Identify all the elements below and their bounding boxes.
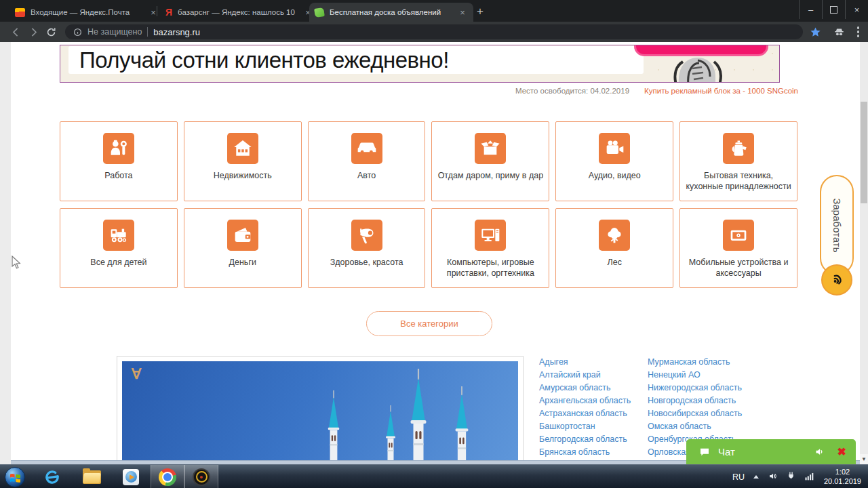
photo-slider[interactable]: ∀	[117, 356, 524, 464]
yandex-mail-icon	[15, 8, 25, 17]
category-card[interactable]: Лес	[555, 208, 673, 288]
info-icon[interactable]	[73, 28, 82, 37]
back-arrow-icon	[10, 26, 22, 38]
worker-icon	[103, 133, 134, 164]
taskbar-media-player[interactable]	[111, 465, 151, 488]
category-card[interactable]: Здоровье, красота	[308, 208, 426, 288]
computer-icon	[475, 220, 506, 251]
restore-button[interactable]	[822, 0, 845, 19]
region-link[interactable]: Башкортостан	[539, 422, 642, 434]
category-card[interactable]: Мобильные устройства и аксессуары	[679, 208, 797, 288]
chat-widget[interactable]: Чат ✖	[686, 439, 856, 464]
tree-icon	[599, 220, 630, 251]
region-link[interactable]: Алтайский край	[539, 370, 642, 383]
category-label: Недвижимость	[210, 170, 276, 181]
region-link[interactable]: Адыгея	[539, 357, 642, 370]
category-label: Работа	[100, 170, 136, 181]
tray-network-icon[interactable]	[804, 471, 815, 483]
tray-clock[interactable]: 1:02 20.01.2019	[824, 468, 861, 486]
banner-headline-strip: Получай сотни клиентов ежедневно!	[68, 46, 644, 74]
tab-title: Входящие — Яндекс.Почта	[31, 8, 142, 16]
region-link[interactable]: Архангельская область	[539, 396, 642, 409]
tab-title: Бесплатная доска объявлений	[330, 8, 452, 16]
taskbar-chrome[interactable]	[151, 465, 184, 488]
start-button[interactable]	[5, 467, 25, 487]
region-link[interactable]: Амурская область	[539, 383, 642, 396]
incognito-extension-icon[interactable]	[833, 26, 846, 38]
category-grid: Работа Недвижимость Авто Отдам даром, пр…	[60, 121, 797, 288]
taskbar-internet-explorer[interactable]	[33, 465, 72, 488]
regions-column-1: АдыгеяАлтайский крайАмурская областьАрха…	[539, 357, 642, 460]
region-link[interactable]: Мурманская область	[648, 357, 763, 370]
earn-label: Заработать	[831, 198, 843, 252]
tray-power-icon[interactable]	[787, 471, 795, 483]
bookmark-star-icon[interactable]	[810, 26, 821, 38]
windows-flag-icon	[9, 472, 21, 483]
ad-banner[interactable]: Получай сотни клиентов ежедневно!	[60, 45, 780, 83]
yandex-search-icon: Я	[165, 7, 172, 18]
scrollbar-thumb[interactable]	[861, 102, 867, 203]
category-label: Компьютеры, игровые приставки, оргтехник…	[432, 257, 549, 279]
chrome-icon	[159, 468, 176, 486]
reload-icon	[45, 26, 57, 38]
category-card[interactable]: Недвижимость	[184, 121, 302, 201]
region-link[interactable]: Омская область	[648, 422, 763, 434]
mosque-minarets-graphic	[122, 363, 518, 464]
back-button[interactable]	[7, 23, 24, 41]
hair-dryer-icon	[351, 220, 382, 251]
tray-volume-icon[interactable]	[768, 471, 778, 483]
region-link[interactable]: Белгородская область	[539, 434, 642, 447]
scrollbar-down-arrow[interactable]: ▼	[860, 454, 868, 464]
taskbar-recorder-app[interactable]	[184, 465, 218, 488]
tab-separator	[157, 6, 157, 16]
chat-speaker-icon[interactable]	[814, 447, 825, 457]
category-card[interactable]: Аудио, видео	[555, 121, 673, 201]
buy-ad-block-link[interactable]: Купить рекламный блок за - 1000 SNGcoin	[644, 87, 798, 95]
chat-bubble-icon	[698, 447, 711, 458]
earn-side-tab[interactable]: Заработать	[818, 175, 856, 297]
minimize-button[interactable]: –	[799, 0, 822, 19]
region-link[interactable]: Брянская область	[539, 447, 642, 460]
category-card[interactable]: Отдам даром, приму в дар	[431, 121, 549, 201]
tab-bulletin-board[interactable]: Бесплатная доска объявлений ×	[309, 3, 473, 22]
category-card[interactable]: Все для детей	[60, 208, 178, 288]
reload-button[interactable]	[42, 23, 60, 41]
folder-icon	[83, 470, 101, 484]
region-link[interactable]: Ненецкий АО	[648, 370, 763, 383]
region-link[interactable]: Новгородская область	[648, 396, 763, 409]
recorder-app-icon	[193, 468, 210, 486]
tab-yandex-mail[interactable]: Входящие — Яндекс.Почта ×	[9, 3, 164, 22]
tray-expand-icon[interactable]	[753, 475, 759, 479]
category-card[interactable]: Работа	[60, 121, 178, 201]
open-box-icon	[475, 133, 506, 164]
screen: Входящие — Яндекс.Почта × Я базарснг — Я…	[0, 0, 868, 488]
windows-taskbar: RU 1:02 20.01.2019	[0, 464, 868, 488]
region-link[interactable]: Новосибирская область	[648, 409, 763, 422]
category-card[interactable]: Авто	[308, 121, 426, 201]
all-categories-button[interactable]: Все категории	[366, 311, 492, 336]
category-card[interactable]: Деньги	[184, 208, 302, 288]
category-card[interactable]: Компьютеры, игровые приставки, оргтехник…	[431, 208, 549, 288]
earn-coin-button[interactable]	[821, 264, 852, 296]
category-label: Здоровье, красота	[326, 257, 408, 268]
category-label: Мобильные устройства и аксессуары	[680, 257, 797, 279]
tab-close-icon[interactable]: ×	[457, 7, 468, 18]
chat-close-icon[interactable]: ✖	[837, 447, 846, 458]
address-bar[interactable]: Не защищено bazarsng.ru	[65, 24, 803, 39]
wallet-icon	[227, 220, 258, 251]
internet-explorer-icon	[42, 467, 62, 487]
tab-yandex-search[interactable]: Я базарснг — Яндекс: нашлось 10 ×	[160, 3, 319, 22]
close-window-button[interactable]: ×	[845, 0, 868, 19]
region-link[interactable]: Нижегородская область	[648, 383, 763, 396]
taskbar-file-explorer[interactable]	[72, 465, 111, 488]
region-link[interactable]: Астраханская область	[539, 409, 642, 422]
language-indicator[interactable]: RU	[732, 472, 745, 482]
new-tab-button[interactable]: +	[473, 5, 487, 18]
category-label: Авто	[353, 170, 380, 181]
earn-pill: Заработать	[820, 175, 854, 275]
browser-menu-icon[interactable]	[857, 26, 860, 37]
category-card[interactable]: Бытовая техника, кухонные принадлежности	[679, 121, 797, 201]
page-scrollbar[interactable]: ▼	[860, 42, 868, 464]
forward-button[interactable]	[24, 23, 42, 41]
media-player-icon	[123, 469, 139, 485]
